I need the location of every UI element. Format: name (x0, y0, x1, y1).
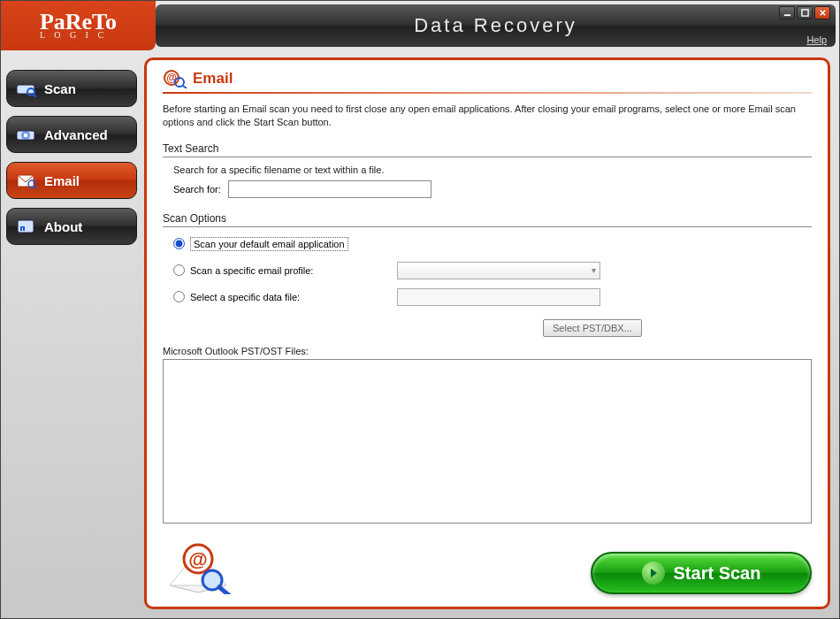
maximize-icon (801, 9, 809, 17)
search-input[interactable] (228, 180, 431, 198)
profile-dropdown[interactable] (397, 262, 600, 279)
svg-line-4 (34, 95, 36, 97)
title-area: Data Recovery Help (156, 4, 836, 47)
close-button[interactable] (814, 6, 830, 19)
start-scan-label: Start Scan (674, 563, 761, 584)
pst-files-label: Microsoft Outlook PST/OST Files: (163, 346, 812, 356)
sidebar-item-label: About (44, 219, 82, 234)
svg-line-23 (219, 587, 230, 594)
divider (163, 157, 812, 157)
svg-rect-11 (18, 220, 34, 233)
pst-files-list[interactable] (163, 359, 812, 523)
email-icon (16, 172, 37, 189)
option-default-app: Scan your default email application (173, 234, 812, 254)
app-window: PaReTo L O G I C Data Recovery Help (0, 0, 840, 619)
panel-header: @ Email (163, 69, 812, 92)
email-search-icon: @ (163, 69, 187, 88)
option-label: Scan your default email application (190, 237, 348, 251)
select-file-row: Select PST/DBX... (543, 319, 812, 337)
sidebar-item-label: Email (44, 173, 80, 188)
sidebar-item-email[interactable]: Email (6, 162, 137, 199)
svg-rect-0 (783, 14, 790, 16)
close-icon (819, 9, 827, 17)
text-search-hint: Search for a specific filename or text w… (173, 164, 812, 175)
start-scan-button[interactable]: Start Scan (591, 552, 812, 594)
minimize-button[interactable] (779, 6, 795, 19)
sidebar-item-label: Advanced (44, 127, 108, 142)
logo: PaReTo L O G I C (1, 1, 156, 50)
datafile-path-field[interactable] (397, 288, 600, 306)
text-search-heading: Text Search (163, 142, 812, 155)
divider (163, 92, 812, 94)
logo-text: PaReTo L O G I C (40, 12, 117, 40)
sidebar-item-label: Scan (44, 81, 76, 96)
sidebar-item-scan[interactable]: Scan (6, 70, 137, 107)
search-for-label: Search for: (173, 184, 221, 195)
scan-options-heading: Scan Options (163, 212, 812, 225)
titlebar: PaReTo L O G I C Data Recovery Help (1, 1, 839, 50)
radio-default-app[interactable] (173, 238, 185, 249)
search-row: Search for: (173, 180, 812, 198)
panel-title: Email (193, 70, 233, 88)
drive-scan-icon (16, 80, 37, 97)
option-label: Select a specific data file: (190, 292, 392, 302)
select-file-button[interactable]: Select PST/DBX... (543, 319, 642, 337)
body: Scan Advanced Email i About (1, 50, 839, 618)
app-title: Data Recovery (414, 14, 577, 37)
radio-specific-profile[interactable] (173, 264, 185, 276)
svg-text:@: @ (188, 548, 207, 570)
about-icon: i (16, 218, 37, 235)
envelope-at-icon: @ (163, 532, 233, 594)
main-panel: @ Email Before starting an Email scan yo… (144, 57, 830, 609)
sidebar: Scan Advanced Email i About (6, 57, 137, 609)
divider (163, 226, 812, 227)
bottom-row: @ Start Scan (163, 532, 812, 594)
svg-rect-7 (24, 134, 27, 137)
svg-line-17 (183, 86, 187, 88)
intro-text: Before starting an Email scan you need t… (163, 103, 812, 130)
option-specific-profile: Scan a specific email profile: (173, 261, 812, 280)
play-icon (642, 562, 665, 585)
svg-rect-1 (801, 10, 807, 16)
sidebar-item-advanced[interactable]: Advanced (6, 116, 137, 153)
maximize-button[interactable] (797, 6, 813, 19)
window-controls (779, 6, 830, 19)
option-specific-file: Select a specific data file: (173, 287, 812, 307)
sidebar-item-about[interactable]: i About (6, 208, 137, 245)
scan-options: Scan your default email application Scan… (173, 234, 812, 314)
svg-line-10 (34, 187, 37, 189)
drive-advanced-icon (16, 126, 37, 143)
logo-sub: L O G I C (40, 32, 117, 40)
minimize-icon (783, 9, 791, 17)
option-label: Scan a specific email profile: (190, 265, 392, 276)
help-link[interactable]: Help (806, 34, 827, 45)
radio-specific-file[interactable] (173, 291, 185, 302)
